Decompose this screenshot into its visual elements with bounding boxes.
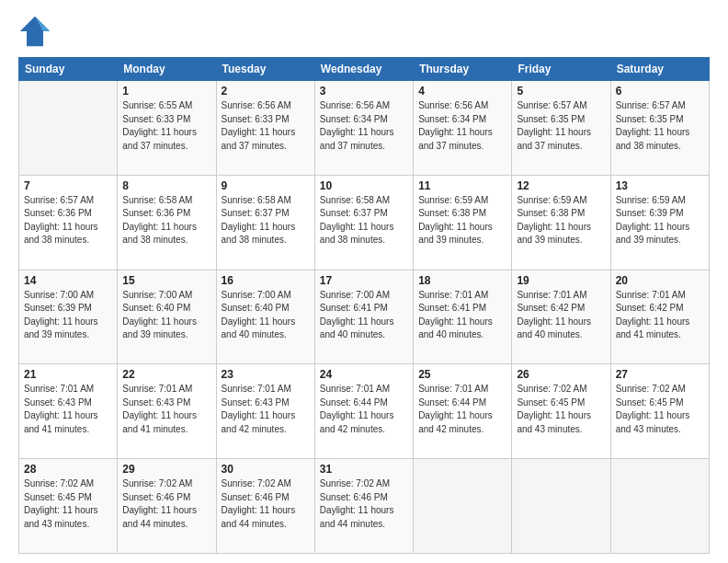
- calendar-table: SundayMondayTuesdayWednesdayThursdayFrid…: [18, 57, 710, 554]
- day-info: Sunrise: 7:02 AMSunset: 6:46 PMDaylight:…: [122, 477, 210, 531]
- day-number: 3: [320, 85, 408, 98]
- calendar-day-cell: [512, 459, 610, 554]
- calendar-week-row: 14Sunrise: 7:00 AMSunset: 6:39 PMDayligh…: [19, 270, 710, 364]
- calendar-day-cell: [610, 459, 709, 554]
- day-info: Sunrise: 7:00 AMSunset: 6:39 PMDaylight:…: [24, 289, 112, 342]
- day-info: Sunrise: 6:58 AMSunset: 6:37 PMDaylight:…: [222, 194, 310, 247]
- calendar-header-row: SundayMondayTuesdayWednesdayThursdayFrid…: [19, 58, 710, 81]
- day-info: Sunrise: 6:59 AMSunset: 6:39 PMDaylight:…: [616, 194, 704, 247]
- day-info: Sunrise: 7:01 AMSunset: 6:43 PMDaylight:…: [122, 383, 210, 436]
- day-number: 24: [320, 368, 408, 381]
- day-number: 21: [24, 368, 112, 381]
- day-info: Sunrise: 7:02 AMSunset: 6:46 PMDaylight:…: [222, 477, 310, 531]
- calendar-day-cell: 20Sunrise: 7:01 AMSunset: 6:42 PMDayligh…: [610, 270, 709, 364]
- calendar-week-row: 28Sunrise: 7:02 AMSunset: 6:45 PMDayligh…: [19, 459, 710, 554]
- day-info: Sunrise: 6:57 AMSunset: 6:35 PMDaylight:…: [517, 99, 605, 153]
- calendar-day-cell: 8Sunrise: 6:58 AMSunset: 6:36 PMDaylight…: [118, 175, 216, 270]
- day-info: Sunrise: 7:02 AMSunset: 6:46 PMDaylight:…: [320, 477, 408, 531]
- calendar-day-cell: [414, 459, 512, 554]
- day-info: Sunrise: 7:01 AMSunset: 6:42 PMDaylight:…: [616, 289, 704, 342]
- day-info: Sunrise: 7:02 AMSunset: 6:45 PMDaylight:…: [24, 477, 112, 531]
- day-number: 12: [517, 179, 605, 192]
- day-number: 23: [222, 368, 310, 381]
- calendar-day-cell: 17Sunrise: 7:00 AMSunset: 6:41 PMDayligh…: [314, 270, 413, 364]
- day-info: Sunrise: 6:58 AMSunset: 6:36 PMDaylight:…: [122, 194, 210, 247]
- day-info: Sunrise: 7:01 AMSunset: 6:43 PMDaylight:…: [222, 383, 310, 436]
- calendar-day-cell: 9Sunrise: 6:58 AMSunset: 6:37 PMDaylight…: [216, 175, 314, 270]
- calendar-day-cell: 16Sunrise: 7:00 AMSunset: 6:40 PMDayligh…: [216, 270, 314, 364]
- calendar-day-cell: 6Sunrise: 6:57 AMSunset: 6:35 PMDaylight…: [610, 81, 709, 176]
- day-number: 29: [122, 463, 210, 476]
- day-info: Sunrise: 6:55 AMSunset: 6:33 PMDaylight:…: [122, 99, 210, 153]
- calendar-day-cell: 14Sunrise: 7:00 AMSunset: 6:39 PMDayligh…: [19, 270, 118, 364]
- day-number: 27: [616, 368, 704, 381]
- day-info: Sunrise: 7:00 AMSunset: 6:40 PMDaylight:…: [122, 289, 210, 342]
- day-number: 30: [222, 463, 310, 476]
- day-info: Sunrise: 6:56 AMSunset: 6:34 PMDaylight:…: [320, 99, 408, 153]
- header: [18, 15, 710, 48]
- day-info: Sunrise: 6:59 AMSunset: 6:38 PMDaylight:…: [418, 194, 506, 247]
- day-number: 31: [320, 463, 408, 476]
- day-number: 28: [24, 463, 112, 476]
- day-info: Sunrise: 6:57 AMSunset: 6:36 PMDaylight:…: [24, 194, 112, 247]
- calendar-day-cell: 5Sunrise: 6:57 AMSunset: 6:35 PMDaylight…: [512, 81, 610, 176]
- day-number: 18: [418, 274, 506, 287]
- day-number: 1: [122, 85, 210, 98]
- day-info: Sunrise: 6:56 AMSunset: 6:33 PMDaylight:…: [222, 99, 310, 153]
- weekday-header: Thursday: [414, 58, 512, 81]
- day-info: Sunrise: 7:00 AMSunset: 6:41 PMDaylight:…: [320, 289, 408, 342]
- calendar-day-cell: 25Sunrise: 7:01 AMSunset: 6:44 PMDayligh…: [414, 364, 512, 459]
- weekday-header: Saturday: [610, 58, 709, 81]
- day-number: 19: [517, 274, 605, 287]
- day-info: Sunrise: 6:56 AMSunset: 6:34 PMDaylight:…: [418, 99, 506, 153]
- calendar-week-row: 21Sunrise: 7:01 AMSunset: 6:43 PMDayligh…: [19, 364, 710, 459]
- day-number: 4: [418, 85, 506, 98]
- calendar-day-cell: 7Sunrise: 6:57 AMSunset: 6:36 PMDaylight…: [19, 175, 118, 270]
- calendar-day-cell: 3Sunrise: 6:56 AMSunset: 6:34 PMDaylight…: [314, 81, 413, 176]
- calendar-day-cell: 29Sunrise: 7:02 AMSunset: 6:46 PMDayligh…: [118, 459, 216, 554]
- calendar-day-cell: 30Sunrise: 7:02 AMSunset: 6:46 PMDayligh…: [216, 459, 314, 554]
- day-info: Sunrise: 7:01 AMSunset: 6:44 PMDaylight:…: [320, 383, 408, 436]
- day-number: 2: [222, 85, 310, 98]
- weekday-header: Wednesday: [314, 58, 413, 81]
- calendar-day-cell: 15Sunrise: 7:00 AMSunset: 6:40 PMDayligh…: [118, 270, 216, 364]
- day-info: Sunrise: 6:58 AMSunset: 6:37 PMDaylight:…: [320, 194, 408, 247]
- calendar-day-cell: 24Sunrise: 7:01 AMSunset: 6:44 PMDayligh…: [314, 364, 413, 459]
- calendar-day-cell: 23Sunrise: 7:01 AMSunset: 6:43 PMDayligh…: [216, 364, 314, 459]
- calendar-day-cell: 22Sunrise: 7:01 AMSunset: 6:43 PMDayligh…: [118, 364, 216, 459]
- calendar-day-cell: 11Sunrise: 6:59 AMSunset: 6:38 PMDayligh…: [414, 175, 512, 270]
- calendar-day-cell: 18Sunrise: 7:01 AMSunset: 6:41 PMDayligh…: [414, 270, 512, 364]
- day-number: 17: [320, 274, 408, 287]
- calendar-day-cell: 13Sunrise: 6:59 AMSunset: 6:39 PMDayligh…: [610, 175, 709, 270]
- weekday-header: Tuesday: [216, 58, 314, 81]
- day-number: 14: [24, 274, 112, 287]
- calendar-day-cell: [19, 81, 118, 176]
- day-number: 16: [222, 274, 310, 287]
- day-info: Sunrise: 7:01 AMSunset: 6:44 PMDaylight:…: [418, 383, 506, 436]
- calendar-day-cell: 1Sunrise: 6:55 AMSunset: 6:33 PMDaylight…: [118, 81, 216, 176]
- calendar-day-cell: 4Sunrise: 6:56 AMSunset: 6:34 PMDaylight…: [414, 81, 512, 176]
- day-number: 25: [418, 368, 506, 381]
- calendar-day-cell: 28Sunrise: 7:02 AMSunset: 6:45 PMDayligh…: [19, 459, 118, 554]
- weekday-header: Sunday: [19, 58, 118, 81]
- weekday-header: Monday: [118, 58, 216, 81]
- day-number: 13: [616, 179, 704, 192]
- day-number: 22: [122, 368, 210, 381]
- day-number: 9: [222, 179, 310, 192]
- calendar-day-cell: 26Sunrise: 7:02 AMSunset: 6:45 PMDayligh…: [512, 364, 610, 459]
- day-number: 8: [122, 179, 210, 192]
- day-number: 5: [517, 85, 605, 98]
- calendar-day-cell: 27Sunrise: 7:02 AMSunset: 6:45 PMDayligh…: [610, 364, 709, 459]
- weekday-header: Friday: [512, 58, 610, 81]
- logo-icon: [18, 15, 51, 48]
- day-info: Sunrise: 7:00 AMSunset: 6:40 PMDaylight:…: [222, 289, 310, 342]
- day-number: 15: [122, 274, 210, 287]
- logo: [18, 15, 55, 48]
- day-info: Sunrise: 7:01 AMSunset: 6:42 PMDaylight:…: [517, 289, 605, 342]
- calendar-day-cell: 10Sunrise: 6:58 AMSunset: 6:37 PMDayligh…: [314, 175, 413, 270]
- calendar-day-cell: 12Sunrise: 6:59 AMSunset: 6:38 PMDayligh…: [512, 175, 610, 270]
- day-number: 26: [517, 368, 605, 381]
- day-info: Sunrise: 7:01 AMSunset: 6:43 PMDaylight:…: [24, 383, 112, 436]
- calendar-week-row: 1Sunrise: 6:55 AMSunset: 6:33 PMDaylight…: [19, 81, 710, 176]
- day-number: 10: [320, 179, 408, 192]
